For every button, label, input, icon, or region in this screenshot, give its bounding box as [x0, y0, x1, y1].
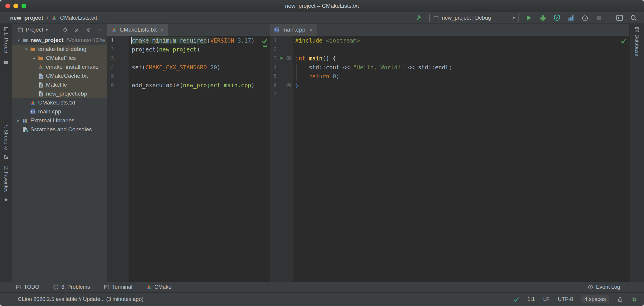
tree-item-cmakecache-txt[interactable]: CMakeCache.txt	[12, 71, 107, 80]
indent-widget[interactable]: 4 spaces	[581, 295, 609, 303]
tree-item-scratches-and-consoles[interactable]: Scratches and Consoles	[12, 125, 107, 134]
svg-text:C++: C++	[31, 110, 35, 113]
code-line[interactable]: int main() {	[295, 54, 629, 63]
folder-project-icon	[22, 38, 28, 43]
collapse-all-icon[interactable]	[74, 27, 80, 33]
stripe-button-favorites[interactable]: 2: Favorites	[3, 166, 9, 193]
terminal-button[interactable]	[616, 14, 623, 22]
tool-window-button-terminal[interactable]: Terminal	[104, 284, 132, 290]
folder-build-icon	[38, 55, 44, 61]
structure-icon[interactable]	[3, 154, 9, 160]
code-line[interactable]: set(CMAKE_CXX_STANDARD 20)	[132, 63, 270, 72]
build-hammer-icon[interactable]	[415, 14, 423, 22]
close-button[interactable]	[5, 4, 10, 8]
tool-window-button-cmake[interactable]: CMake	[146, 284, 171, 290]
tab-cmakelists[interactable]: CMakeLists.txt ×	[107, 24, 168, 36]
code-line[interactable]	[132, 54, 270, 63]
tree-item-cmakefiles[interactable]: ▸CMakeFiles	[12, 54, 107, 63]
caret-position-widget[interactable]: 1:1	[527, 296, 535, 302]
gear-icon[interactable]	[86, 27, 91, 33]
breadcrumb-project[interactable]: new_project	[10, 15, 43, 21]
tool-window-label: Terminal	[112, 284, 132, 290]
star-icon[interactable]: ★	[3, 196, 9, 202]
stripe-button-database[interactable]: Database	[634, 35, 640, 56]
ide-window: new_project – CMakeLists.txt new_project…	[0, 0, 644, 306]
chevron-right-icon[interactable]: ▸	[15, 118, 22, 123]
fold-start-icon[interactable]	[287, 56, 291, 60]
code-line[interactable]: #include <iostream>	[295, 36, 629, 45]
tree-item-path: /Volumes/HD/w	[66, 37, 105, 43]
left-editor-body: 123456 cmake_minimum_required(VERSION 3.…	[107, 36, 270, 282]
cpu-profiler-button[interactable]	[581, 14, 589, 22]
minimize-button[interactable]	[13, 4, 18, 8]
locate-file-icon[interactable]	[62, 27, 68, 33]
code-line[interactable]: add_executable(new_project main.cpp)	[132, 81, 270, 90]
tree-item-external-libraries[interactable]: ▸External Libraries	[12, 116, 107, 125]
line-number: 3	[107, 54, 129, 63]
tree-item-new-project[interactable]: ▾new_project /Volumes/HD/w	[12, 36, 107, 45]
cmake-ok-check-icon[interactable]	[513, 296, 519, 302]
project-panel-title[interactable]: Project	[26, 26, 43, 33]
code-line[interactable]	[132, 72, 270, 81]
breadcrumb-file[interactable]: CMakeLists.txt	[60, 15, 97, 21]
titlebar: new_project – CMakeLists.txt	[0, 0, 644, 12]
tree-item-cmake-install-cmake[interactable]: cmake_install.cmake	[12, 63, 107, 71]
code-line[interactable]: }	[295, 81, 629, 90]
toolbar-right: new_project | Debug ▾	[415, 13, 637, 23]
event-log-button[interactable]: Event Log	[588, 284, 620, 290]
fold-end-icon[interactable]	[287, 83, 291, 87]
tree-item-cmakelists-txt[interactable]: CMakeLists.txt	[12, 98, 107, 107]
code-line[interactable]: std::cout << "Hello, World!" << std::end…	[295, 63, 629, 72]
tool-window-button-problems[interactable]: 6: Problems	[53, 284, 90, 290]
code-line[interactable]: project(new_project)	[132, 45, 270, 54]
zoom-button[interactable]	[21, 4, 26, 8]
cmake-file-icon	[51, 15, 57, 21]
project-panel-header: Project ▾	[12, 24, 107, 36]
cmake-icon	[146, 284, 152, 290]
lock-icon[interactable]	[617, 296, 623, 302]
profiler-button[interactable]	[567, 14, 575, 22]
run-icon[interactable]	[279, 56, 284, 60]
coverage-button[interactable]	[553, 14, 561, 22]
tool-window-icon[interactable]	[3, 26, 9, 32]
editor-cmakelists: CMakeLists.txt × 123456 cmake_minimum_re…	[107, 24, 270, 282]
run-button[interactable]	[525, 14, 533, 22]
line-separator-widget[interactable]: LF	[543, 296, 549, 302]
tree-item-label: new_project	[30, 37, 64, 43]
chevron-down-icon[interactable]: ▾	[22, 47, 30, 51]
bottom-tool-bar: TODO6: ProblemsTerminalCMake Event Log	[0, 282, 644, 292]
close-icon[interactable]: ×	[309, 26, 313, 33]
cmake-icon	[38, 64, 44, 70]
tree-item-new-project-cbp[interactable]: new_project.cbp	[12, 89, 107, 98]
run-config-selector[interactable]: new_project | Debug ▾	[429, 13, 519, 23]
chevron-down-icon[interactable]: ▾	[46, 27, 48, 32]
tree-item-label: new_project.cbp	[46, 90, 87, 97]
database-icon[interactable]	[634, 27, 640, 32]
tree-item-cmake-build-debug[interactable]: ▾cmake-build-debug	[12, 45, 107, 54]
code-line[interactable]	[295, 90, 629, 99]
inspections-ok-icon[interactable]	[620, 38, 626, 44]
encoding-widget[interactable]: UTF-8	[558, 296, 573, 302]
hide-panel-icon[interactable]	[97, 27, 103, 33]
search-everywhere-button[interactable]	[630, 14, 637, 22]
stripe-button-structure[interactable]: 7: Structure	[3, 124, 9, 150]
left-tab-bar: CMakeLists.txt ×	[107, 24, 270, 36]
status-message[interactable]: CLion 2020.2.5 available // Update... (3…	[18, 296, 143, 302]
line-number: 5	[107, 72, 129, 81]
update-notification-icon[interactable]	[631, 296, 637, 302]
chevron-right-icon[interactable]: ▸	[30, 56, 38, 60]
code-line[interactable]	[295, 45, 629, 54]
stripe-button-project[interactable]: 1: Project	[3, 32, 9, 54]
tool-window-button-todo[interactable]: TODO	[16, 284, 39, 290]
code-line[interactable]: return 0;	[295, 72, 629, 81]
tree-item-makefile[interactable]: Makefile	[12, 80, 107, 89]
code-line[interactable]: cmake_minimum_required(VERSION 3.17)	[132, 36, 270, 45]
tab-maincpp[interactable]: C++ main.cpp ×	[270, 24, 317, 36]
debug-button[interactable]	[539, 14, 547, 22]
tree-item-main-cpp[interactable]: C++main.cpp	[12, 107, 107, 116]
inspections-ok-icon[interactable]	[261, 38, 268, 44]
left-code: cmake_minimum_required(VERSION 3.17)proj…	[129, 36, 270, 282]
chevron-down-icon[interactable]: ▾	[15, 38, 22, 43]
folder-icon[interactable]	[3, 60, 9, 65]
close-icon[interactable]: ×	[161, 26, 164, 33]
